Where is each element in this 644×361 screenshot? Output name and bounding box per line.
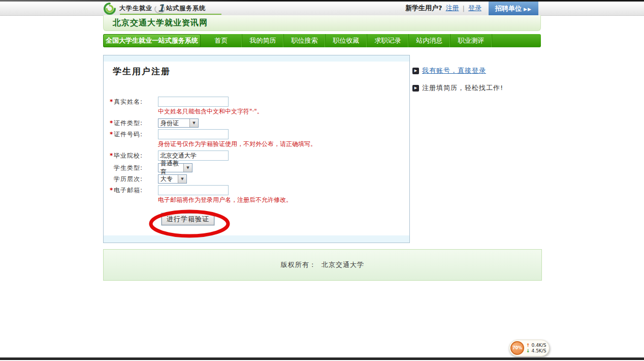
site-banner: 北京交通大学就业资讯网 <box>103 15 541 31</box>
employer-button-label: 招聘单位 <box>495 4 522 13</box>
nav-tab-site-messages[interactable]: 站内消息 <box>409 34 450 47</box>
page: 大学生就业 1 站式服务系统 新学生用户? 注册 | 登录 招聘单位 ▶▶ 北京… <box>0 0 644 361</box>
header-bar: 大学生就业 1 站式服务系统 新学生用户? 注册 | 登录 招聘单位 ▶▶ <box>0 2 644 16</box>
network-speed-widget[interactable]: 70% ↑ 0.4K/S ↓ 4.5K/S <box>509 340 550 356</box>
nav-system-label: 全国大学生就业一站式服务系统 <box>103 34 201 47</box>
upload-speed-row: ↑ 0.4K/S <box>526 343 546 348</box>
logo-underline <box>120 14 221 15</box>
student-type-select[interactable]: 普通教育 ▼ <box>158 163 192 172</box>
copyright-text: 版权所有： 北京交通大学 <box>281 260 364 269</box>
real-name-hint: 中文姓名只能包含中文和中文字符"·"。 <box>104 108 409 115</box>
id-type-row: * 证件类型: 身份证 ▼ <box>104 118 409 128</box>
school-row: * 毕业院校: <box>104 151 409 161</box>
bullet-arrow-icon: ▶ <box>412 68 419 74</box>
required-marker: * <box>110 187 114 194</box>
verify-enrollment-button[interactable]: 进行学籍验证 <box>162 213 214 225</box>
real-name-label: 真实姓名: <box>114 98 158 106</box>
id-number-input[interactable] <box>158 129 229 139</box>
nav-tab-home[interactable]: 首页 <box>201 34 242 47</box>
email-label: 电子邮箱: <box>114 186 158 195</box>
header-links: 新学生用户? 注册 | 登录 <box>405 2 481 15</box>
download-speed-row: ↓ 4.5K/S <box>526 348 546 353</box>
degree-level-row: 学历层次: 大专 ▼ <box>104 174 409 184</box>
sidebar-slogan-item: ▶ 注册填简历，轻松找工作! <box>412 84 539 92</box>
window-bottom-edge <box>0 357 644 360</box>
email-input[interactable] <box>158 185 229 195</box>
email-row: * 电子邮箱: <box>104 185 409 195</box>
nav-tab-career-test[interactable]: 职业测评 <box>450 34 492 47</box>
degree-level-selected-value: 大专 <box>158 175 178 184</box>
required-marker: * <box>110 119 114 127</box>
student-type-label: 学生类型: <box>114 164 158 172</box>
login-link[interactable]: 登录 <box>468 4 481 13</box>
student-type-row: 学生类型: 普通教育 ▼ <box>104 163 409 173</box>
logo-text-right: 站式服务系统 <box>166 4 206 13</box>
panel-top-strip <box>104 55 409 62</box>
id-type-label: 证件类型: <box>114 119 158 128</box>
real-name-input[interactable] <box>158 97 229 107</box>
slogan-text: 注册填简历，轻松找工作! <box>422 83 503 93</box>
real-name-row: * 真实姓名: <box>104 97 409 107</box>
id-number-label: 证件号码: <box>114 130 158 139</box>
nav-tab-job-favorites[interactable]: 职位收藏 <box>326 34 367 47</box>
sidebar-login-item[interactable]: ▶ 我有账号，直接登录 <box>412 67 539 75</box>
required-marker: * <box>110 98 114 105</box>
form-title: 学生用户注册 <box>113 66 171 77</box>
submit-row: 进行学籍验证 <box>104 213 409 225</box>
link-separator: | <box>463 5 465 12</box>
new-user-prompt: 新学生用户? <box>405 4 442 13</box>
bullet-arrow-icon: ▶ <box>412 85 419 92</box>
required-marker: * <box>110 152 114 159</box>
employer-button[interactable]: 招聘单位 ▶▶ <box>489 2 538 15</box>
id-number-hint: 身份证号仅作为学籍验证使用，不对外公布，请正确填写。 <box>104 140 409 147</box>
download-arrow-icon: ↓ <box>526 348 530 353</box>
battery-percent-badge[interactable]: 70% <box>510 341 524 355</box>
site-title: 北京交通大学就业资讯网 <box>113 18 208 28</box>
footer: 版权所有： 北京交通大学 <box>103 249 542 281</box>
double-arrow-icon: ▶▶ <box>524 7 532 12</box>
upload-arrow-icon: ↑ <box>526 343 530 348</box>
logo-swirl-icon <box>104 3 116 15</box>
upload-speed-value: 0.4K/S <box>532 343 546 348</box>
form-body: * 真实姓名: 中文姓名只能包含中文和中文字符"·"。 * 证件类型: 身份证 … <box>104 97 409 225</box>
network-stats: ↑ 0.4K/S ↓ 4.5K/S <box>526 343 546 353</box>
main-nav: 全国大学生就业一站式服务系统 首页 我的简历 职位搜索 职位收藏 求职记录 站内… <box>103 34 541 47</box>
chevron-down-icon: ▼ <box>178 175 186 183</box>
id-number-row: * 证件号码: <box>104 129 409 139</box>
degree-level-select[interactable]: 大专 ▼ <box>158 174 187 184</box>
school-label: 毕业院校: <box>114 152 158 160</box>
logo-text-left: 大学生就业 <box>119 4 152 13</box>
id-type-selected-value: 身份证 <box>158 119 189 128</box>
chevron-down-icon: ▼ <box>183 164 192 172</box>
chevron-down-icon: ▼ <box>189 119 198 127</box>
id-type-select[interactable]: 身份证 ▼ <box>158 118 199 128</box>
panel-bottom-strip <box>104 235 409 243</box>
download-speed-value: 4.5K/S <box>532 348 546 353</box>
logo: 大学生就业 1 站式服务系统 <box>104 2 206 15</box>
register-link[interactable]: 注册 <box>446 4 459 13</box>
email-hint: 电子邮箱将作为登录用户名，注册后不允许修改。 <box>104 196 409 203</box>
have-account-login-link[interactable]: 我有账号，直接登录 <box>422 66 486 75</box>
sidebar: ▶ 我有账号，直接登录 ▶ 注册填简历，轻松找工作! <box>412 67 539 101</box>
degree-level-label: 学历层次: <box>114 175 158 184</box>
nav-tab-application-history[interactable]: 求职记录 <box>367 34 409 47</box>
nav-tab-job-search[interactable]: 职位搜索 <box>284 34 326 47</box>
logo-one-numeral: 1 <box>157 2 165 14</box>
nav-tab-my-resume[interactable]: 我的简历 <box>242 34 284 47</box>
student-type-selected-value: 普通教育 <box>158 159 183 176</box>
registration-form-panel: 学生用户注册 * 真实姓名: 中文姓名只能包含中文和中文字符"·"。 * 证件类… <box>103 55 410 243</box>
required-marker: * <box>110 131 114 138</box>
